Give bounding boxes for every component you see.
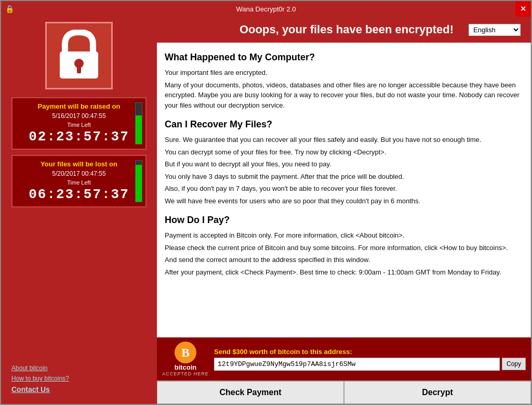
header-title: Ooops, your files have been encrypted! [224, 23, 469, 36]
window: 🔒 Wana Decrypt0r 2.0 ✕ [0, 0, 532, 405]
section3-p1: Payment is accepted in Bitcoin only. For… [165, 230, 523, 241]
right-panel: Ooops, your files have been encrypted! E… [157, 17, 531, 404]
payment-address-row: Copy [214, 358, 526, 371]
payment-address-input[interactable] [214, 358, 500, 371]
section1-heading: What Happened to My Computer? [165, 50, 523, 64]
how-to-buy-link[interactable]: How to buy bitcoins? [11, 375, 147, 382]
main-content: Payment will be raised on 5/16/2017 00:4… [1, 17, 531, 404]
lock-icon-container [45, 22, 113, 89]
timer-bar-fill-2 [136, 165, 142, 202]
window-title: Wana Decrypt0r 2.0 [236, 5, 296, 13]
check-payment-button[interactable]: Check Payment [157, 381, 344, 404]
links-area: About bitcoin How to buy bitcoins? Conta… [6, 359, 152, 399]
about-bitcoin-link[interactable]: About bitcoin [11, 364, 147, 372]
timer2-date: 5/20/2017 00:47:55 [18, 170, 140, 177]
section3-p2: Please check the current price of Bitcoi… [165, 243, 523, 253]
bottom-buttons: Check Payment Decrypt [157, 381, 531, 404]
timer-bar-2 [135, 160, 142, 202]
timer-files-lost: Your files will be lost on 5/20/2017 00:… [11, 155, 147, 207]
section3-heading: How Do I Pay? [165, 213, 523, 227]
left-panel: Payment will be raised on 5/16/2017 00:4… [1, 17, 157, 404]
payment-area: B bitcoin ACCEPTED HERE Send $300 worth … [157, 337, 531, 381]
timer2-title: Your files will be lost on [18, 160, 140, 168]
timer2-left-label: Time Left [18, 179, 140, 186]
bitcoin-accepted-text: ACCEPTED HERE [162, 371, 209, 376]
section1-p2: Many of your documents, photos, videos, … [165, 80, 523, 111]
svg-rect-2 [77, 66, 81, 73]
timer-bar-fill-1 [136, 115, 142, 144]
decrypt-button[interactable]: Decrypt [344, 381, 531, 404]
bitcoin-icon: B [175, 342, 196, 363]
section2-p1: Sure. We guarantee that you can recover … [165, 135, 523, 145]
timer-bar-1 [135, 102, 142, 145]
timer1-date: 5/16/2017 00:47:55 [18, 112, 140, 120]
titlebar: 🔒 Wana Decrypt0r 2.0 ✕ [1, 1, 531, 17]
payment-right: Send $300 worth of bitcoin to this addre… [214, 348, 526, 371]
copy-button[interactable]: Copy [502, 358, 526, 370]
lock-icon [56, 30, 102, 82]
close-button[interactable]: ✕ [515, 1, 531, 17]
section3-p3: And send the correct amount to the addre… [165, 255, 523, 265]
bitcoin-text: bitcoin [175, 363, 197, 371]
titlebar-icon: 🔒 [5, 5, 14, 13]
section1-p1: Your important files are encrypted. [165, 68, 523, 78]
section2-p3: But if you want to decrypt all your file… [165, 159, 523, 169]
header-bar: Ooops, your files have been encrypted! E… [157, 17, 531, 43]
section2-heading: Can I Recover My Files? [165, 117, 523, 132]
section2-p5: Also, if you don't pay in 7 days, you wo… [165, 184, 523, 194]
timer-payment-raised: Payment will be raised on 5/16/2017 00:4… [11, 97, 147, 150]
content-text-area[interactable]: What Happened to My Computer? Your impor… [157, 43, 531, 337]
timer1-left-label: Time Left [18, 122, 140, 128]
section2-p2: You can decrypt some of your files for f… [165, 147, 523, 158]
bitcoin-logo: B bitcoin ACCEPTED HERE [162, 342, 209, 376]
timer1-title: Payment will be raised on [18, 102, 140, 110]
payment-label: Send $300 worth of bitcoin to this addre… [214, 348, 526, 356]
bitcoin-symbol: B [181, 346, 190, 360]
section3-p4: After your payment, click <Check Payment… [165, 267, 523, 278]
section2-p4: You only have 3 days to submit the payme… [165, 172, 523, 182]
timer1-countdown: 02:23:57:37 [18, 129, 140, 145]
section2-p6: We will have free events for users who a… [165, 196, 523, 206]
contact-us-link[interactable]: Contact Us [11, 385, 147, 394]
timer2-countdown: 06:23:57:37 [18, 187, 140, 202]
language-select[interactable]: English Español Français Deutsch 中文 [469, 24, 521, 36]
